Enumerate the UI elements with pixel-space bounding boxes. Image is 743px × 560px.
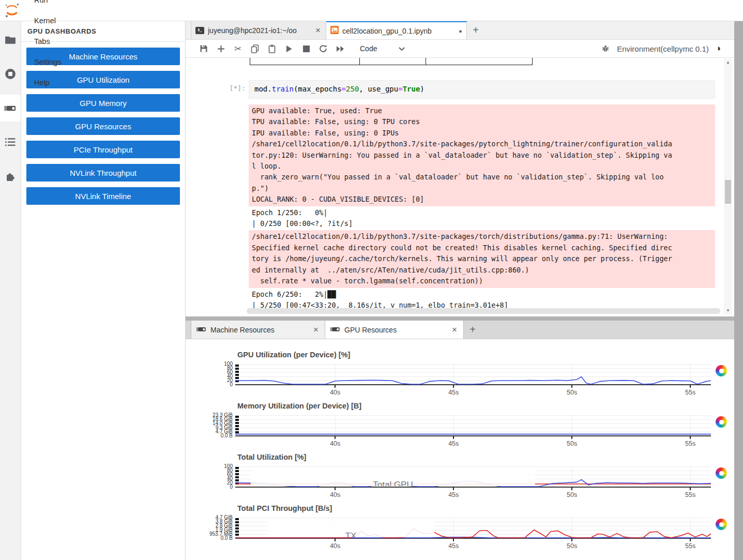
gpu-card-icon	[196, 326, 206, 334]
notebook-horizontal-scrollbar[interactable]	[247, 308, 720, 314]
run-icon[interactable]	[284, 44, 294, 53]
copy-icon[interactable]	[250, 44, 260, 53]
output-text: /share1/cell2location/0.1/lib/python3.7/…	[249, 230, 715, 287]
code-cell[interactable]: mod.train(max_epochs=250, use_gpu=True)	[249, 80, 715, 99]
menu-run[interactable]: Run	[27, 0, 68, 10]
tab-terminal[interactable]: $_ juyeung@hpc2021-io1:~/oo ×	[191, 21, 326, 39]
chart-series-svg	[235, 415, 711, 436]
scrollbar-thumb[interactable]	[725, 180, 731, 204]
bokeh-logo-icon[interactable]	[716, 365, 727, 376]
gpu-dashboards-panel: GPU DASHBOARDS Machine ResourcesGPU Util…	[21, 21, 186, 560]
axis-tick	[690, 487, 691, 490]
add-cell-icon[interactable]	[216, 44, 225, 53]
x-axis-label: 45s	[441, 542, 466, 550]
scroll-up-arrow-icon[interactable]: ▲	[724, 59, 732, 66]
cell-type-value: Code	[360, 44, 377, 53]
chevron-down-icon	[399, 44, 405, 53]
x-axis-label: 40s	[322, 542, 348, 550]
file-browser-tab[interactable]	[0, 26, 21, 53]
bottom-panel-tabbar: Machine Resources × GPU Resources × +	[186, 321, 734, 339]
output-block-plain: Epoch 1/250: 0%| | 0/250 [00:00<?, ?it/s…	[249, 206, 715, 231]
axis-tick	[690, 538, 691, 541]
chart-plot[interactable]: 23.3 GiB18.6 GiB14.0 GiB9.3 GiB4.7 GiB0.…	[235, 415, 711, 436]
previous-output-table-fragment	[250, 58, 533, 65]
menu-tabs[interactable]: Tabs	[27, 31, 68, 52]
scroll-down-arrow-icon[interactable]: ▼	[724, 307, 732, 314]
window-scrollbar-gutter[interactable]	[734, 21, 743, 560]
menu-kernel[interactable]: Kernel	[27, 10, 68, 31]
y-axis-label: 0.0 B	[204, 433, 233, 438]
dashboard-button-nvlink-timeline[interactable]: NVLink Timeline	[26, 187, 180, 205]
cell-outputs: GPU available: True, used: True TPU avai…	[249, 104, 715, 312]
chart-title: Total Utilization [%]	[237, 453, 306, 461]
bokeh-logo-icon[interactable]	[716, 467, 727, 479]
bokeh-logo-icon[interactable]	[716, 519, 727, 530]
y-axis-label: 0	[204, 485, 233, 490]
restart-icon[interactable]	[319, 44, 328, 53]
bokeh-logo-center	[719, 471, 724, 476]
bug-icon[interactable]	[601, 44, 610, 53]
document-tabbar: $_ juyeung@hpc2021-io1:~/oo × cell2locat…	[186, 21, 734, 40]
dashboard-button-pcie-throughput[interactable]: PCIe Throughput	[26, 141, 180, 158]
chart-plot[interactable]: 100806040200	[235, 364, 711, 385]
bokeh-logo-icon[interactable]	[716, 416, 727, 428]
notebook-scroll-area[interactable]: [*]: mod.train(max_epochs=250, use_gpu=T…	[186, 58, 734, 316]
dashboard-button-gpu-memory[interactable]: GPU Memory	[26, 94, 180, 112]
output-text: Epoch 1/250: 0%| | 0/250 [00:00<?, ?it/s…	[249, 206, 715, 231]
running-kernels-icon	[5, 68, 16, 80]
cell-type-dropdown[interactable]: Code	[360, 44, 405, 53]
axis-tick	[690, 385, 691, 388]
axis-tick	[571, 487, 572, 490]
table-of-contents-tab[interactable]	[0, 129, 21, 156]
new-tab-button[interactable]: +	[467, 21, 484, 39]
cell-execution-prompt: [*]:	[216, 84, 246, 92]
paste-icon[interactable]	[267, 44, 277, 53]
running-kernels-tab[interactable]	[0, 60, 21, 87]
notebook-vertical-scrollbar[interactable]: ▲ ▼	[724, 59, 732, 314]
extension-manager-tab[interactable]	[0, 163, 21, 190]
notebook-toolbar: ✂ Code	[186, 40, 734, 58]
chart-plot[interactable]: 4.7 GiB3.8 GiB2.8 GiB1.9 GiB953.7 MiB0.0…	[235, 518, 711, 538]
axis-tick	[335, 487, 336, 490]
tab-machine-resources[interactable]: Machine Resources ×	[191, 321, 325, 339]
chart-title: Total PCI Throughput [B/s]	[237, 504, 332, 512]
jupyterlab-window: FileEditViewRunKernelTabsSettingsHelp	[0, 0, 743, 560]
new-tab-button[interactable]: +	[464, 321, 481, 339]
x-axis-label: 55s	[677, 542, 703, 550]
cut-icon[interactable]: ✂	[233, 44, 242, 53]
stop-icon[interactable]	[301, 44, 311, 53]
legend-label: TX	[267, 531, 434, 537]
chart-plot[interactable]: 100806040200Total GPU	[235, 466, 711, 487]
dashboard-button-nvlink-throughput[interactable]: NVLink Throughput	[26, 164, 180, 181]
code-line: mod.train(max_epochs=250, use_gpu=True)	[249, 81, 715, 97]
gpu-dashboards-tab[interactable]	[0, 95, 21, 122]
output-text: GPU available: True, used: True TPU avai…	[249, 104, 715, 206]
close-icon[interactable]: ×	[314, 26, 322, 35]
tab-notebook[interactable]: cell2location_gpu_0.1.ipynb ●	[326, 21, 467, 39]
tab-gpu-resources[interactable]: GPU Resources ×	[325, 321, 464, 339]
gpu-resources-charts: GPU Utilization (per Device) [%]10080604…	[186, 339, 734, 560]
menubar: FileEditViewRunKernelTabsSettingsHelp	[0, 0, 743, 21]
legend-overlay: Total GPU	[251, 467, 535, 486]
y-axis-label: 0.0 B	[204, 536, 233, 541]
unsaved-changes-dot[interactable]: ●	[459, 28, 462, 34]
close-icon[interactable]: ×	[451, 325, 458, 334]
close-icon[interactable]: ×	[312, 325, 320, 334]
chart-title: GPU Utilization (per Device) [%]	[237, 351, 350, 359]
bokeh-logo-center	[719, 369, 724, 373]
axis-tick	[335, 538, 336, 541]
tab-label: cell2location_gpu_0.1.ipynb	[342, 27, 455, 35]
save-icon[interactable]	[199, 44, 208, 53]
tab-label: GPU Resources	[344, 326, 447, 334]
extensions-puzzle-icon	[5, 171, 16, 181]
axis-tick	[453, 385, 454, 388]
menu-items: FileEditViewRunKernelTabsSettingsHelp	[27, 0, 68, 93]
kernel-status-icon[interactable]: ◑	[716, 43, 721, 54]
axis-tick	[571, 385, 572, 388]
menu-help[interactable]: Help	[27, 72, 68, 93]
panel-split-handle[interactable]	[186, 316, 734, 321]
fast-forward-icon[interactable]	[336, 44, 345, 53]
dashboard-button-gpu-resources[interactable]: GPU Resources	[26, 117, 180, 135]
menu-settings[interactable]: Settings	[27, 52, 68, 72]
folder-icon	[5, 35, 16, 44]
